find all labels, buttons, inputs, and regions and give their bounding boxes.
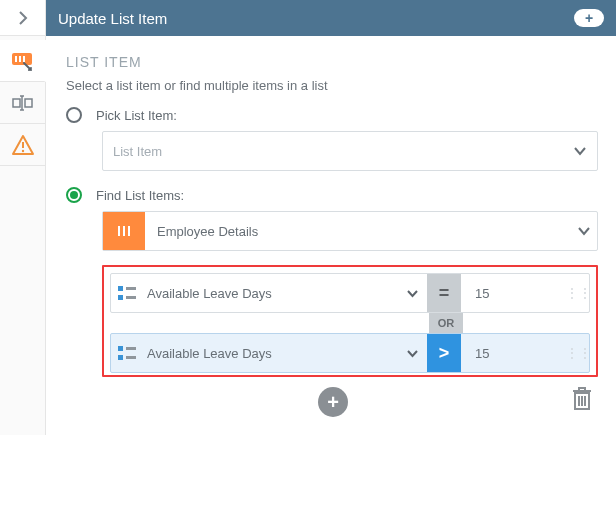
option-pick-label: Pick List Item: [96, 108, 177, 123]
condition-row[interactable]: Available Leave Days > 15 ⋮⋮ [110, 333, 590, 373]
svg-rect-5 [25, 99, 32, 107]
condition-value[interactable]: 15 [461, 334, 569, 372]
svg-rect-20 [118, 355, 123, 360]
tab-labels[interactable] [0, 82, 45, 124]
drag-handle-icon[interactable]: ⋮⋮ [569, 334, 589, 372]
field-icon [111, 274, 143, 312]
rename-icon [12, 95, 34, 111]
delete-condition-button[interactable] [572, 387, 592, 417]
svg-rect-18 [126, 296, 136, 299]
condition-operator[interactable]: > [427, 334, 461, 372]
radio-selected-icon [66, 187, 82, 203]
drag-handle-icon[interactable]: ⋮⋮ [569, 274, 589, 312]
condition-joiner[interactable]: OR [429, 313, 463, 333]
field-icon [111, 334, 143, 372]
svg-rect-22 [126, 356, 136, 359]
sidebar [0, 0, 46, 435]
radio-unselected-icon [66, 107, 82, 123]
panel-title: Update List Item [58, 10, 167, 27]
tab-configure[interactable] [0, 40, 46, 82]
chevron-down-icon [573, 146, 587, 156]
datasource-icon [103, 212, 145, 250]
option-find-label: Find List Items: [96, 188, 184, 203]
svg-rect-14 [128, 226, 130, 236]
svg-rect-2 [19, 56, 21, 62]
option-find-list-items[interactable]: Find List Items: [66, 187, 598, 203]
chevron-down-icon [406, 349, 419, 358]
svg-rect-3 [23, 56, 25, 62]
trash-icon [572, 387, 592, 411]
chevron-down-icon [571, 212, 597, 250]
svg-point-10 [21, 149, 23, 151]
condition-field-dropdown[interactable]: Available Leave Days [143, 274, 427, 312]
panel-header: Update List Item + [46, 0, 616, 36]
plus-icon: + [585, 10, 593, 26]
svg-rect-13 [123, 226, 125, 236]
warning-icon [12, 135, 34, 155]
configure-icon [11, 50, 33, 72]
svg-rect-17 [126, 287, 136, 290]
option-pick-list-item[interactable]: Pick List Item: [66, 107, 598, 123]
condition-operator[interactable]: = [427, 274, 461, 312]
conditions-highlight: Available Leave Days = 15 ⋮⋮ OR [102, 265, 598, 377]
add-condition-button[interactable]: + [318, 387, 348, 417]
section-description: Select a list item or find multiple item… [66, 78, 598, 93]
condition-field-label: Available Leave Days [147, 346, 272, 361]
svg-rect-1 [15, 56, 17, 62]
svg-rect-25 [579, 388, 585, 391]
svg-rect-21 [126, 347, 136, 350]
svg-rect-12 [118, 226, 120, 236]
condition-value[interactable]: 15 [461, 274, 569, 312]
svg-rect-19 [118, 346, 123, 351]
svg-rect-4 [13, 99, 20, 107]
collapse-toggle[interactable] [0, 0, 45, 36]
tab-errors[interactable] [0, 124, 45, 166]
plus-icon: + [327, 391, 339, 414]
datasource-dropdown[interactable]: Employee Details [102, 211, 598, 251]
chevron-right-icon [18, 11, 28, 25]
svg-rect-15 [118, 286, 123, 291]
svg-rect-16 [118, 295, 123, 300]
chevron-down-icon [406, 289, 419, 298]
datasource-name: Employee Details [145, 212, 571, 250]
add-button[interactable]: + [574, 9, 604, 27]
condition-field-dropdown[interactable]: Available Leave Days [143, 334, 427, 372]
pick-list-item-placeholder: List Item [113, 144, 162, 159]
condition-field-label: Available Leave Days [147, 286, 272, 301]
pick-list-item-dropdown[interactable]: List Item [102, 131, 598, 171]
condition-row[interactable]: Available Leave Days = 15 ⋮⋮ [110, 273, 590, 313]
section-title: LIST ITEM [66, 54, 598, 70]
